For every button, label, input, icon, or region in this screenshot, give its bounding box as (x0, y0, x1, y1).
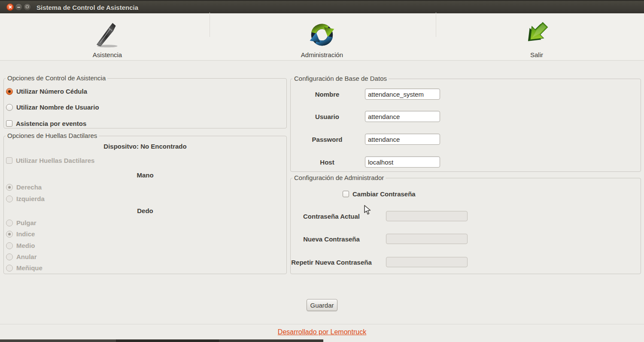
toolbar-label-administracion: Administración (301, 51, 343, 58)
window-minimize-button[interactable] (15, 3, 22, 11)
group-title: Opciones de Huellas Dactilares (6, 132, 99, 139)
radio-row-nombre-usuario[interactable]: Utilizar Nombre de Usuario (6, 104, 99, 111)
new-password-input (386, 234, 468, 244)
radio-label: Indice (16, 230, 35, 238)
checkbox-icon[interactable] (6, 120, 12, 127)
radio-row-menique: Meñique (6, 264, 43, 272)
field-row-host: Host (291, 156, 440, 168)
bottom-strip-segment (219, 339, 323, 342)
app-window: Sistema de Control de Asistencia (0, 0, 644, 342)
close-icon (9, 6, 12, 9)
radio-row-izquierda: Izquierda (6, 195, 45, 202)
current-password-input (386, 211, 468, 221)
checkbox-icon[interactable] (343, 191, 349, 197)
field-label: Nueva Contraseña (291, 235, 372, 243)
bottom-strip-segment (0, 339, 116, 342)
field-row-password: Password (291, 134, 440, 145)
radio-label: Utilizar Nombre de Usuario (16, 104, 99, 111)
radio-label: Meñique (16, 264, 43, 272)
field-row-nombre: Nombre (291, 89, 440, 100)
checkbox-label: Utilizar Huellas Dactilares (16, 157, 94, 164)
credit-line: Desarrollado por Lemontruck (0, 328, 644, 336)
radio-row-anular: Anular (6, 253, 37, 260)
radio-icon (6, 231, 13, 238)
radio-label: Anular (16, 253, 37, 260)
radio-icon (6, 220, 13, 226)
field-label: Password (291, 136, 364, 143)
toolbar-button-administracion[interactable]: Administración (215, 13, 429, 60)
radio-icon (6, 265, 13, 272)
radio-row-medio: Medio (6, 242, 35, 249)
field-row-nueva-contrasena: Nueva Contraseña (291, 234, 468, 244)
maximize-icon (26, 6, 29, 8)
radio-icon (6, 253, 13, 260)
sync-icon (308, 19, 336, 50)
bottom-strip-segment (116, 339, 219, 342)
radio-row-pulgar: Pulgar (6, 219, 36, 226)
toolbar-button-asistencia[interactable]: Asistencia (0, 13, 215, 60)
device-status-label: Dispositvo: No Encontrado (4, 143, 286, 150)
db-password-input[interactable] (365, 134, 440, 145)
green-arrow-icon (522, 19, 552, 50)
save-button[interactable]: Guardar (307, 299, 337, 311)
radio-row-numero-cedula[interactable]: Utilizar Número Cédula (6, 88, 87, 95)
credit-link[interactable]: Desarrollado por Lemontruck (278, 328, 366, 336)
db-user-input[interactable] (365, 111, 440, 122)
group-admin-config: Configuración de Administrador Cambiar C… (290, 178, 641, 274)
toolbar: Asistencia (0, 13, 644, 61)
toolbar-button-salir[interactable]: Salir (429, 13, 644, 60)
toolbar-label-asistencia: Asistencia (93, 51, 122, 58)
checkbox-row-cambiar-contrasena[interactable]: Cambiar Contraseña (343, 190, 416, 198)
checkbox-label: Asistencia por eventos (16, 120, 86, 127)
radio-icon (6, 184, 13, 191)
pen-icon (87, 19, 128, 50)
group-database-config: Configuración de Base de Datos Nombre Us… (290, 79, 641, 172)
window-title: Sistema de Control de Asistencia (36, 1, 138, 14)
radio-icon (6, 242, 13, 249)
titlebar: Sistema de Control de Asistencia (0, 0, 644, 13)
radio-label: Derecha (16, 183, 42, 191)
toolbar-separator (210, 12, 210, 37)
minimize-icon (17, 7, 20, 8)
field-row-usuario: Usuario (291, 111, 440, 122)
group-title: Configuración de Administrador (292, 174, 386, 181)
group-title: Opciones de Control de Asistencia (6, 74, 107, 82)
radio-label: Izquierda (16, 195, 45, 202)
field-label: Repetir Nueva Contraseña (291, 259, 372, 266)
radio-label: Pulgar (16, 219, 36, 226)
radio-icon[interactable] (6, 104, 13, 111)
hand-section-label: Mano (4, 171, 286, 179)
field-row-contrasena-actual: Contraseña Actual (291, 211, 468, 221)
checkbox-label: Cambiar Contraseña (352, 190, 416, 198)
repeat-password-input (386, 257, 468, 267)
radio-row-derecha: Derecha (6, 183, 42, 191)
radio-label: Medio (16, 242, 35, 249)
radio-icon (6, 195, 13, 202)
radio-icon[interactable] (6, 88, 13, 95)
toolbar-label-salir: Salir (530, 51, 543, 58)
field-label: Usuario (291, 113, 364, 120)
field-row-repetir-contrasena: Repetir Nueva Contraseña (291, 257, 468, 267)
checkbox-row-eventos[interactable]: Asistencia por eventos (6, 120, 86, 127)
finger-section-label: Dedo (4, 207, 286, 214)
window-close-button[interactable] (6, 3, 14, 11)
field-label: Host (291, 159, 364, 166)
field-label: Contraseña Actual (291, 213, 372, 220)
mouse-cursor (364, 205, 372, 217)
field-label: Nombre (291, 91, 364, 98)
db-name-input[interactable] (365, 89, 440, 100)
radio-label: Utilizar Número Cédula (16, 88, 87, 95)
group-attendance-options: Opciones de Control de Asistencia Utiliz… (3, 78, 287, 128)
radio-row-indice: Indice (6, 230, 35, 238)
db-host-input[interactable] (365, 156, 440, 168)
footer-separator (0, 324, 644, 324)
checkbox-row-huellas: Utilizar Huellas Dactilares (6, 157, 94, 164)
toolbar-separator (436, 12, 436, 37)
group-fingerprint-options: Opciones de Huellas Dactilares Dispositv… (3, 136, 287, 274)
group-title: Configuración de Base de Datos (292, 75, 389, 82)
window-maximize-button[interactable] (24, 3, 31, 11)
checkbox-icon (6, 157, 12, 164)
